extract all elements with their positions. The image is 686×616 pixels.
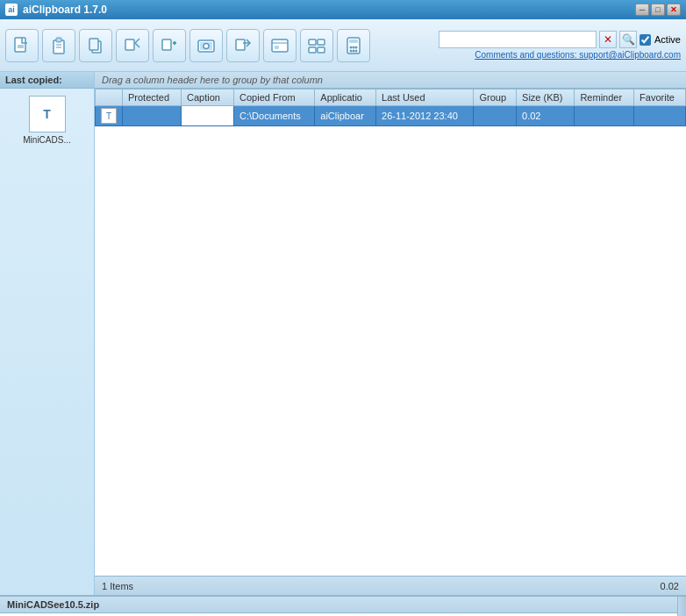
splitter-right[interactable]: [677, 597, 686, 616]
minimize-button[interactable]: ─: [635, 4, 649, 16]
svg-rect-25: [309, 47, 316, 53]
row-application: aiClipboar: [315, 106, 376, 126]
app-title: aiClipboard 1.7.0: [23, 4, 107, 16]
copy-button[interactable]: [79, 29, 112, 62]
last-copied-icon: T: [29, 96, 66, 133]
title-bar: ai aiClipboard 1.7.0 ─ □ ✕: [0, 0, 686, 19]
last-copied-item[interactable]: T MiniCADS...: [0, 89, 94, 152]
add-button[interactable]: [153, 29, 186, 62]
app-icon: ai: [5, 4, 18, 16]
table-header: Protected Caption Copied From Applicatio…: [96, 90, 686, 106]
table-footer: 1 Items 0.02: [95, 576, 686, 595]
svg-point-17: [204, 43, 209, 48]
clipboard-table: Protected Caption Copied From Applicatio…: [95, 89, 686, 126]
table-row[interactable]: TC:\DocumentsaiClipboar26-11-2012 23:400…: [96, 106, 686, 126]
col-protected[interactable]: Protected: [123, 90, 182, 106]
table-body: TC:\DocumentsaiClipboar26-11-2012 23:400…: [96, 106, 686, 126]
svg-point-30: [353, 46, 355, 48]
table-container[interactable]: Protected Caption Copied From Applicatio…: [95, 89, 686, 576]
col-last-used[interactable]: Last Used: [376, 90, 474, 106]
resize-button[interactable]: [300, 29, 333, 62]
window-button[interactable]: [263, 29, 297, 62]
svg-rect-8: [89, 39, 98, 50]
svg-rect-4: [56, 38, 61, 42]
svg-rect-23: [309, 39, 316, 45]
toolbar: ✕ 🔍 Active Comments and questions: suppo…: [0, 19, 686, 72]
col-favorite[interactable]: Favorite: [634, 90, 686, 106]
svg-line-11: [135, 43, 139, 47]
svg-point-29: [350, 46, 353, 48]
capture-button[interactable]: [189, 29, 223, 62]
row-caption: [182, 106, 234, 126]
svg-rect-12: [162, 39, 171, 50]
main-content: Last copied: T MiniCADS... Drag a column…: [0, 72, 686, 595]
active-row: Active: [640, 34, 681, 46]
edit-button[interactable]: [116, 29, 149, 62]
active-checkbox[interactable]: [640, 34, 651, 46]
search-clear-button[interactable]: ✕: [599, 31, 617, 48]
svg-rect-26: [318, 47, 325, 53]
svg-rect-20: [272, 39, 288, 52]
search-go-button[interactable]: 🔍: [619, 31, 637, 48]
footer-size: 0.02: [661, 581, 679, 591]
col-caption[interactable]: Caption: [182, 90, 234, 106]
right-panel: Drag a column header here to group by th…: [95, 72, 686, 595]
last-copied-header: Last copied:: [0, 72, 94, 89]
export-button[interactable]: [226, 29, 260, 62]
svg-rect-28: [349, 39, 358, 43]
support-link[interactable]: Comments and questions: support@aiClipbo…: [475, 50, 681, 60]
row-reminder: [575, 106, 634, 126]
row-group: [474, 106, 517, 126]
group-header-bar: Drag a column header here to group by th…: [95, 72, 686, 89]
col-icon[interactable]: [96, 90, 123, 106]
row-protected: [123, 106, 182, 126]
svg-rect-24: [318, 39, 325, 45]
row-last-used: 26-11-2012 23:40: [376, 106, 474, 126]
svg-rect-0: [15, 38, 25, 52]
svg-line-10: [135, 39, 139, 43]
close-button[interactable]: ✕: [667, 4, 681, 16]
left-panel: Last copied: T MiniCADS...: [0, 72, 95, 595]
svg-point-31: [355, 46, 358, 48]
svg-point-34: [355, 49, 358, 52]
toolbar-right: ✕ 🔍 Active Comments and questions: suppo…: [439, 31, 681, 60]
row-copied-from: C:\Documents: [234, 106, 315, 126]
col-size-kb[interactable]: Size (KB): [517, 90, 575, 106]
title-bar-left: ai aiClipboard 1.7.0: [5, 4, 107, 16]
search-row: ✕ 🔍 Active: [439, 31, 681, 48]
window-controls[interactable]: ─ □ ✕: [635, 4, 681, 16]
calc-button[interactable]: [337, 29, 370, 62]
bottom-panel: MiniCADSee10.5.zip: [0, 595, 686, 616]
active-label: Active: [654, 34, 681, 45]
col-copied-from[interactable]: Copied From: [234, 90, 315, 106]
col-group[interactable]: Group: [474, 90, 517, 106]
svg-point-33: [353, 49, 355, 52]
svg-point-32: [350, 49, 353, 52]
last-copied-label: MiniCADS...: [23, 135, 70, 145]
new-button[interactable]: [5, 29, 39, 62]
row-icon-cell: T: [96, 106, 123, 126]
paste-button[interactable]: [42, 29, 75, 62]
row-size-kb: 0.02: [517, 106, 575, 126]
svg-rect-18: [236, 39, 245, 50]
footer-items: 1 Items: [102, 581, 133, 591]
svg-rect-22: [275, 46, 279, 49]
col-reminder[interactable]: Reminder: [575, 90, 634, 106]
col-application[interactable]: Applicatio: [315, 90, 376, 106]
row-favorite: [634, 106, 686, 126]
svg-rect-9: [125, 39, 134, 50]
maximize-button[interactable]: □: [651, 4, 665, 16]
search-input[interactable]: [439, 31, 597, 48]
preview-title: MiniCADSee10.5.zip: [0, 597, 686, 613]
row-icon: T: [101, 108, 117, 124]
